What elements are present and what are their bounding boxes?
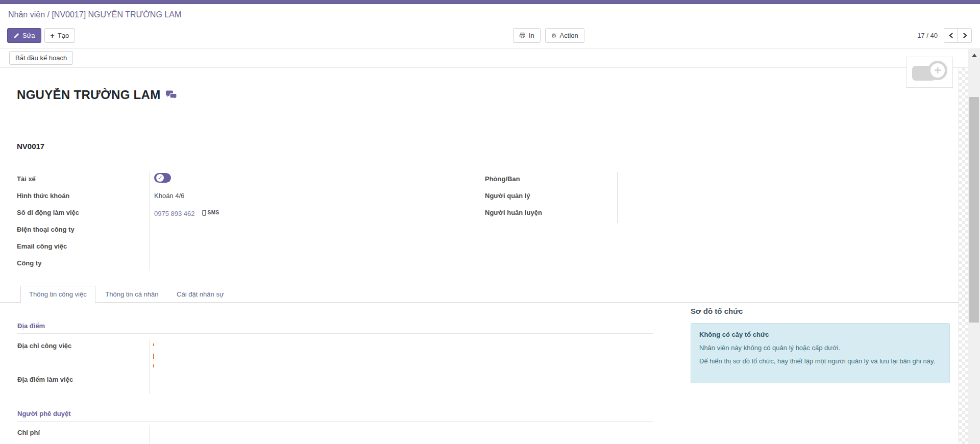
- chat-bubbles-icon[interactable]: [165, 90, 178, 100]
- printer-icon: [519, 32, 526, 39]
- toolbar-right: 17 / 40: [917, 28, 972, 43]
- print-button[interactable]: In: [513, 28, 541, 43]
- field-label-work-phone: Điện thoại công ty: [17, 225, 75, 235]
- create-button[interactable]: + Tạo: [44, 28, 76, 43]
- field-label-coach: Người huấn luyện: [485, 208, 542, 218]
- address-fragment: [153, 354, 154, 359]
- sms-button[interactable]: SMS: [202, 208, 219, 218]
- breadcrumb-separator: /: [45, 10, 52, 19]
- gear-icon: ⚙: [551, 32, 557, 39]
- field-separator-left: [150, 172, 150, 270]
- breadcrumb: Nhân viên / [NV0017] NGUYỄN TRƯỜNG LAM: [8, 10, 181, 19]
- action-button[interactable]: ⚙ Action: [545, 28, 584, 43]
- employee-name-heading: NGUYỄN TRƯỜNG LAM: [17, 88, 178, 102]
- field-label-contract-form: Hình thức khoán: [17, 191, 69, 201]
- previous-record-button[interactable]: [944, 28, 958, 43]
- statusbar: Bắt đầu kế hoạch: [0, 49, 980, 68]
- employee-form-page: Nhân viên / [NV0017] NGUYỄN TRƯỜNG LAM S…: [0, 0, 980, 444]
- alert-line: Nhân viên này không có quản lý hoặc cấp …: [699, 344, 941, 352]
- field-label-company: Công ty: [17, 258, 41, 268]
- chevron-left-icon: [949, 33, 953, 38]
- section-divider: [17, 333, 653, 334]
- driver-toggle[interactable]: ✓: [154, 173, 171, 183]
- breadcrumb-record: [NV0017] NGUYỄN TRƯỜNG LAM: [52, 10, 181, 19]
- work-mobile-value: 0975 893 462SMS: [154, 208, 219, 219]
- field-separator-right: [617, 172, 618, 223]
- chevron-right-icon: [963, 33, 967, 38]
- field-separator-address: [150, 339, 150, 394]
- field-label-expense: Chi phí: [17, 428, 40, 438]
- org-chart-empty-alert: Không có cây tổ chức Nhân viên này không…: [691, 323, 950, 383]
- control-panel: Nhân viên / [NV0017] NGUYỄN TRƯỜNG LAM S…: [0, 4, 980, 49]
- alert-title: Không có cây tổ chức: [699, 331, 941, 338]
- mobile-icon: [202, 210, 206, 216]
- check-icon: ✓: [156, 174, 164, 182]
- tab-personal-information[interactable]: Thông tin cá nhân: [97, 286, 166, 303]
- app-topbar: [0, 0, 980, 4]
- start-plan-button[interactable]: Bắt đầu kế hoạch: [9, 51, 73, 65]
- tab-work-information[interactable]: Thông tin công việc: [20, 286, 95, 303]
- toolbar-center: In ⚙ Action: [513, 28, 584, 43]
- contract-form-value: Khoán 4/6: [154, 191, 184, 201]
- field-label-manager: Người quản lý: [485, 191, 530, 201]
- next-record-button[interactable]: [958, 28, 972, 43]
- section-divider: [17, 421, 653, 422]
- pencil-icon: [13, 33, 19, 39]
- employee-code: NV0017: [17, 142, 44, 151]
- org-chart-title: Sơ đồ tổ chức: [691, 307, 743, 315]
- content-edge-pattern: [959, 68, 968, 444]
- toolbar-left: Sửa + Tạo: [7, 28, 75, 43]
- alert-line: Để hiển thị sơ đồ tổ chức, hãy thiết lập…: [699, 357, 941, 365]
- field-label-work-email: Email công việc: [17, 241, 67, 252]
- address-fragment: [153, 364, 154, 367]
- field-label-department: Phòng/Ban: [485, 174, 520, 184]
- pager-counter: 17 / 40: [917, 32, 938, 39]
- plus-icon: +: [51, 32, 55, 40]
- field-label-work-mobile: Số di động làm việc: [17, 208, 79, 218]
- address-fragment: [153, 343, 154, 346]
- scroll-up-arrow[interactable]: [968, 49, 980, 61]
- employee-photo-placeholder[interactable]: +: [906, 57, 953, 88]
- field-separator-expense: [150, 426, 150, 444]
- add-photo-icon: +: [928, 61, 947, 80]
- section-approvers: Người phê duyệt: [17, 410, 71, 417]
- section-location: Địa điểm: [17, 322, 45, 330]
- field-label-driver: Tài xế: [17, 174, 36, 184]
- field-label-work-location: Địa điểm làm việc: [17, 375, 73, 385]
- phone-link[interactable]: 0975 893 462: [154, 210, 195, 217]
- edit-button[interactable]: Sửa: [7, 28, 41, 43]
- notebook-tabs: Thông tin công việc Thông tin cá nhân Cà…: [0, 285, 959, 303]
- field-label-work-address: Địa chỉ công việc: [17, 341, 71, 351]
- breadcrumb-section-link[interactable]: Nhân viên: [8, 10, 45, 19]
- tab-hr-settings[interactable]: Cài đặt nhân sự: [168, 286, 232, 303]
- scrollbar-thumb[interactable]: [969, 97, 979, 323]
- vertical-scrollbar[interactable]: [968, 49, 980, 444]
